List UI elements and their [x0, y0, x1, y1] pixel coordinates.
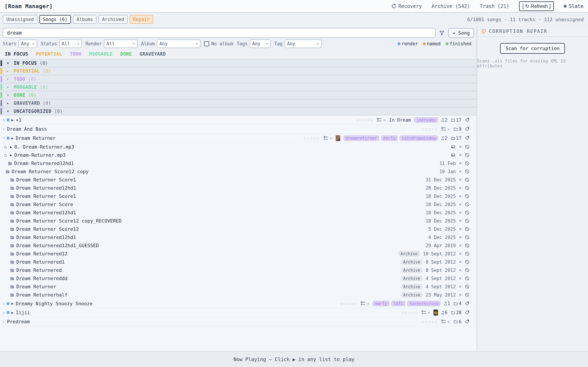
remove-button[interactable]: ×	[459, 152, 462, 158]
drive-icon[interactable]	[451, 152, 456, 158]
category-tab[interactable]: DONE	[120, 51, 132, 57]
add-item-button[interactable]: +	[447, 319, 450, 324]
file-row[interactable]: Dream Returnered12hd1 4 Dec 2025 ×	[0, 233, 477, 242]
section-header[interactable]: ▶ POTENTIAL (0)	[0, 67, 477, 75]
block-button[interactable]	[465, 243, 470, 248]
file-row[interactable]: Dream Returnereddd Archive 4 Sept 2012 ×	[0, 274, 477, 283]
drive-icon[interactable]	[451, 144, 456, 149]
remove-button[interactable]: ×	[459, 144, 462, 149]
file-row[interactable]: Dream Returnerhalf Archive 23 May 2012 ×	[0, 291, 477, 299]
filter-select[interactable]: Any›	[18, 40, 37, 48]
block-button[interactable]	[465, 202, 470, 207]
expand-triangle-icon[interactable]: ▶	[7, 77, 11, 81]
remove-button[interactable]: ×	[459, 268, 462, 273]
expand-triangle-icon[interactable]: ▶	[7, 101, 11, 105]
filter-select[interactable]: All›	[104, 40, 138, 48]
star-rating[interactable]: ☆☆☆☆☆	[341, 301, 357, 306]
file-row[interactable]: Dream Returnered1 Archive 8 Sept 2012 ×	[0, 258, 477, 266]
section-header[interactable]: ▼ IN FOCUS (0)	[0, 59, 477, 67]
block-button[interactable]	[465, 235, 470, 240]
block-button[interactable]	[465, 210, 470, 215]
section-header[interactable]: ▼ UNCATEGORIZED (6)	[0, 108, 477, 116]
add-item-button[interactable]: +	[329, 135, 332, 141]
filter-select[interactable]: All›	[59, 40, 82, 48]
file-row[interactable]: Dream Returnered12hd1 28 Dec 2025 ×	[0, 184, 477, 192]
tag-button[interactable]	[465, 136, 470, 141]
tag-badge[interactable]: raindropwindow	[400, 135, 438, 141]
header-nav-item[interactable]: Trash (21)	[480, 3, 509, 9]
file-row[interactable]: Dream Returnered12hd1_GUESSED 29 Apr 201…	[0, 242, 477, 250]
expand-triangle-icon[interactable]: ▼	[7, 109, 11, 113]
remove-button[interactable]: ×	[459, 292, 462, 297]
play-button[interactable]: ▶	[9, 153, 13, 157]
tag-badge[interactable]: indreams	[414, 117, 438, 123]
tag-button[interactable]	[465, 301, 470, 306]
section-header[interactable]: ▼ DONE (0)	[0, 91, 477, 99]
song-row[interactable]: › ▶ Dream Returner ☆☆☆☆☆ + dreamreturner…	[0, 134, 477, 143]
expand-triangle-icon[interactable]: ▶	[7, 85, 11, 89]
funnel-filter-button[interactable]	[438, 29, 445, 37]
remove-button[interactable]: ×	[459, 177, 462, 182]
add-song-button[interactable]: + Song	[448, 28, 474, 38]
block-button[interactable]	[465, 218, 470, 223]
file-row[interactable]: Dream Returnered Archive 8 Sept 2012 ×	[0, 266, 477, 274]
section-header[interactable]: ▶ GRAVEYARD (0)	[0, 99, 477, 108]
star-rating[interactable]: ☆☆☆☆☆	[303, 136, 320, 141]
header-nav-item[interactable]: Archive (542)	[432, 3, 470, 9]
star-rating[interactable]: ☆☆☆☆☆	[421, 126, 438, 132]
tag-badge[interactable]: dreamreturner	[343, 135, 379, 141]
play-button[interactable]: ▶	[10, 310, 15, 315]
remove-button[interactable]: ×	[459, 226, 462, 232]
filter-select[interactable]: Any›	[285, 40, 322, 48]
filter-chip[interactable]: Songs (6)	[39, 15, 71, 24]
star-rating[interactable]: ☆☆☆☆☆	[401, 310, 418, 315]
tag-button[interactable]	[465, 117, 470, 122]
song-row[interactable]: › ▶ Iijii ☆☆☆☆☆ + ♫ 6	[0, 308, 477, 317]
refresh-button[interactable]: [ ↻ Refresh ]	[519, 1, 554, 11]
category-tab[interactable]: TODO	[70, 51, 82, 57]
tag-button[interactable]	[465, 126, 470, 132]
remove-button[interactable]: ×	[459, 169, 462, 174]
block-button[interactable]	[465, 292, 470, 297]
star-rating[interactable]: ☆☆☆☆☆	[357, 117, 373, 122]
remove-button[interactable]: ×	[459, 284, 462, 289]
block-button[interactable]	[465, 268, 470, 273]
status-circle-icon[interactable]: ○	[4, 145, 9, 149]
scan-for-corruption-button[interactable]: Scan for corruption	[500, 43, 565, 54]
tag-badge[interactable]: early	[381, 135, 398, 141]
track-row[interactable]: ○ ▶ 8. Dream-Returner.mp3 ×	[0, 143, 477, 151]
remove-button[interactable]: ×	[459, 251, 462, 256]
chevron-icon[interactable]: ›	[2, 310, 6, 315]
filter-chip[interactable]: Archived	[99, 15, 127, 24]
block-button[interactable]	[465, 169, 470, 174]
remove-button[interactable]: ×	[459, 202, 462, 207]
file-row[interactable]: Dream Returner Score12 copy 19 Jan ×	[0, 167, 477, 176]
remove-button[interactable]: ×	[459, 161, 462, 166]
remove-button[interactable]: ×	[459, 194, 462, 199]
expand-triangle-icon[interactable]: ▶	[7, 69, 11, 73]
checklist-icon[interactable]	[421, 310, 427, 315]
expand-triangle-icon[interactable]: ▼	[7, 93, 11, 97]
filter-chip[interactable]: Repair	[130, 15, 153, 24]
remove-button[interactable]: ×	[459, 235, 462, 240]
file-row[interactable]: Dream Returnered12hd1 11 Feb ×	[0, 159, 477, 167]
filter-select[interactable]: Any›	[250, 40, 271, 48]
play-button[interactable]: ▶	[10, 118, 15, 122]
file-row[interactable]: Dream Returnered12 Archive 10 Sept 2012 …	[0, 250, 477, 258]
block-button[interactable]	[465, 194, 470, 199]
chevron-icon[interactable]: ›	[2, 117, 6, 123]
add-item-button[interactable]: +	[383, 117, 386, 123]
checklist-icon[interactable]	[441, 126, 446, 132]
song-row[interactable]: › Dream And Bass ☆☆☆☆☆ +	[0, 125, 477, 134]
no-album-checkbox[interactable]	[204, 41, 209, 46]
expand-triangle-icon[interactable]: ▼	[7, 61, 11, 65]
add-item-button[interactable]: +	[447, 126, 450, 132]
category-tab[interactable]: MOOGABLE	[89, 51, 112, 57]
block-button[interactable]	[465, 226, 470, 232]
status-circle-icon[interactable]: ○	[4, 153, 9, 158]
add-item-button[interactable]: +	[367, 301, 370, 306]
block-button[interactable]	[465, 284, 470, 289]
chevron-icon[interactable]: ›	[2, 301, 6, 306]
filter-select[interactable]: Any›	[157, 40, 201, 48]
play-button[interactable]: ▶	[10, 136, 15, 140]
